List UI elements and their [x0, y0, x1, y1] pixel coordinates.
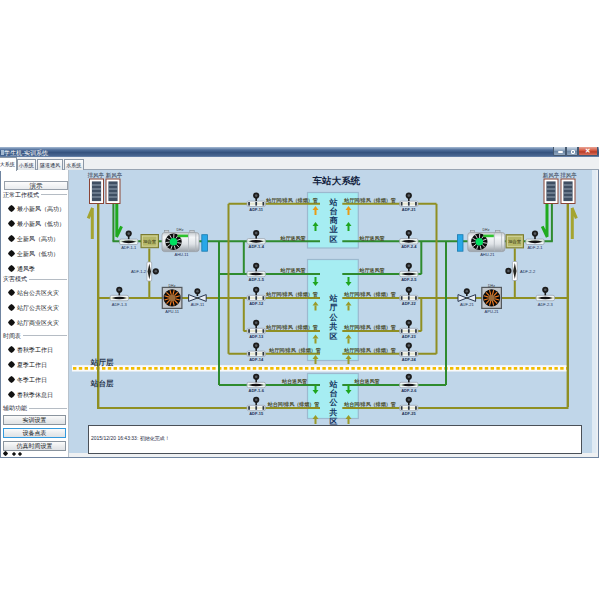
svg-text:站: 站: [329, 294, 338, 303]
svg-text:站台送风管: 站台送风管: [354, 378, 380, 385]
svg-text:公: 公: [329, 398, 339, 407]
svg-text:ADF-1-1: ADF-1-1: [121, 245, 137, 250]
svg-text:ADF-24: ADF-24: [402, 357, 417, 362]
svg-text:DHz: DHz: [169, 284, 176, 288]
svg-text:ADF-1-6: ADF-1-6: [249, 388, 265, 393]
svg-text:ADF-2-4: ADF-2-4: [401, 244, 417, 249]
svg-text:ADF-15: ADF-15: [249, 411, 264, 416]
svg-text:台: 台: [330, 388, 338, 398]
svg-text:站厅回/排风（排烟）管: 站厅回/排风（排烟）管: [268, 347, 320, 354]
svg-text:新风亭: 新风亭: [543, 172, 560, 178]
svg-text:车站大系统: 车站大系统: [312, 175, 361, 186]
svg-text:站厅回/排风（排烟）管: 站厅回/排风（排烟）管: [343, 347, 395, 354]
svg-text:ADF-2-5: ADF-2-5: [401, 277, 417, 282]
svg-text:站: 站: [329, 198, 338, 207]
svg-text:站厅送风管: 站厅送风管: [359, 235, 385, 242]
svg-text:站厅回/排风（排烟）管: 站厅回/排风（排烟）管: [343, 291, 395, 298]
svg-text:ADF-22: ADF-22: [402, 301, 417, 306]
svg-text:区: 区: [330, 235, 338, 244]
svg-text:ADF-2-6: ADF-2-6: [401, 388, 417, 393]
svg-text:ADF-23: ADF-23: [402, 334, 417, 339]
svg-text:站厅回/排风（排烟）管: 站厅回/排风（排烟）管: [265, 324, 317, 331]
svg-text:区: 区: [330, 332, 338, 341]
svg-text:新风亭: 新风亭: [106, 172, 123, 178]
svg-text:站台层: 站台层: [90, 379, 114, 388]
svg-text:ADF-11: ADF-11: [249, 207, 264, 212]
svg-text:厅: 厅: [329, 303, 338, 312]
svg-text:ADF-13: ADF-13: [249, 334, 264, 339]
svg-text:排风亭: 排风亭: [88, 172, 105, 178]
svg-text:站厅送风管: 站厅送风管: [280, 235, 306, 242]
svg-text:ADF-2-3: ADF-2-3: [538, 302, 554, 307]
svg-text:站厅回/排风（排烟）管: 站厅回/排风（排烟）管: [343, 197, 395, 204]
svg-text:站厅送风管: 站厅送风管: [280, 267, 306, 274]
svg-text:站台回/排风（排烟）管: 站台回/排风（排烟）管: [343, 401, 395, 408]
svg-text:AUF-21: AUF-21: [460, 302, 475, 307]
svg-text:APU-21: APU-21: [485, 309, 500, 314]
svg-text:站厅回/排风（排烟）管: 站厅回/排风（排烟）管: [265, 291, 317, 298]
svg-text:ADF-14: ADF-14: [249, 357, 264, 362]
svg-text:ADF-2-2: ADF-2-2: [520, 269, 536, 274]
svg-text:ADF-12: ADF-12: [249, 301, 264, 306]
svg-text:APU-11: APU-11: [165, 309, 179, 314]
svg-text:业: 业: [330, 225, 339, 234]
svg-text:AUF-11: AUF-11: [191, 302, 205, 307]
svg-text:站: 站: [329, 380, 338, 389]
svg-text:站厅层: 站厅层: [90, 358, 114, 367]
svg-text:混合室: 混合室: [508, 239, 522, 244]
svg-text:站台送风管: 站台送风管: [281, 378, 307, 385]
svg-text:AHU-11: AHU-11: [175, 252, 190, 257]
svg-text:AHU-21: AHU-21: [480, 252, 495, 257]
svg-text:ADF-1-5: ADF-1-5: [249, 277, 265, 282]
svg-text:共: 共: [329, 408, 338, 417]
svg-text:共: 共: [329, 322, 338, 331]
svg-text:排风亭: 排风亭: [560, 172, 577, 178]
svg-text:DHz: DHz: [177, 228, 184, 232]
svg-text:ADF-1-2: ADF-1-2: [131, 269, 147, 274]
svg-text:ADF-1-3: ADF-1-3: [112, 302, 128, 307]
svg-text:DHz: DHz: [483, 228, 490, 232]
svg-text:ADF-21: ADF-21: [402, 207, 417, 212]
svg-text:公: 公: [329, 313, 339, 322]
svg-text:站厅回/排风（排烟）管: 站厅回/排风（排烟）管: [343, 324, 395, 331]
svg-text:ADF-1-4: ADF-1-4: [249, 244, 265, 249]
svg-text:站台回/排风（排烟）管: 站台回/排风（排烟）管: [267, 401, 319, 408]
svg-text:ADF-2-1: ADF-2-1: [527, 245, 543, 250]
svg-text:站厅送风管: 站厅送风管: [359, 267, 385, 274]
svg-text:ADF-25: ADF-25: [402, 411, 417, 416]
svg-text:站厅回/排风（排烟）管: 站厅回/排风（排烟）管: [265, 197, 317, 204]
svg-text:商: 商: [330, 215, 339, 225]
svg-text:台: 台: [330, 206, 338, 216]
svg-text:混合室: 混合室: [143, 239, 157, 244]
svg-text:DHz: DHz: [488, 284, 495, 288]
